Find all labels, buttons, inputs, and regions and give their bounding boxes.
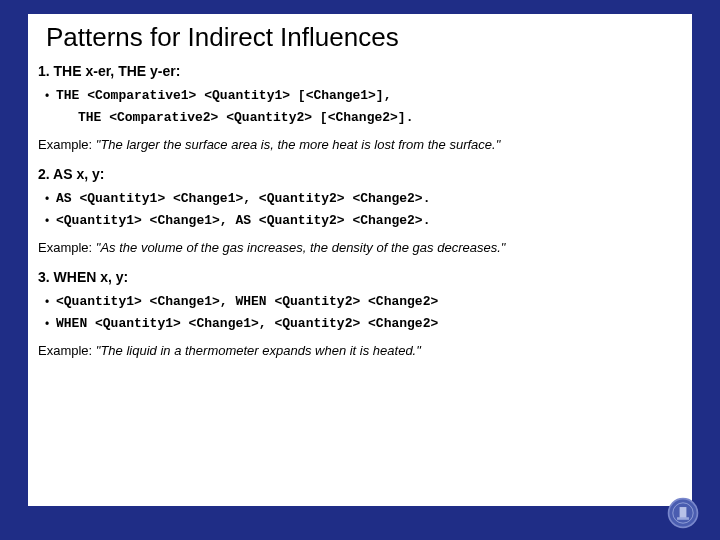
list-item: • <Quantity1> <Change1>, AS <Quantity2> …	[38, 212, 692, 230]
section-head: 3. WHEN x, y:	[38, 269, 692, 285]
seal-icon	[666, 496, 700, 530]
bullet-icon: •	[38, 315, 56, 333]
example-text: "As the volume of the gas increases, the…	[96, 240, 506, 255]
example-label: Example:	[38, 343, 96, 358]
example-line: Example: "The larger the surface area is…	[38, 137, 692, 152]
section-head: 2. AS x, y:	[38, 166, 692, 182]
svg-rect-2	[680, 507, 687, 519]
list-item: • <Quantity1> <Change1>, WHEN <Quantity2…	[38, 293, 692, 311]
list-item: • WHEN <Quantity1> <Change1>, <Quantity2…	[38, 315, 692, 333]
bullet-icon: •	[38, 212, 56, 230]
example-label: Example:	[38, 137, 96, 152]
example-label: Example:	[38, 240, 96, 255]
example-text: "The liquid in a thermometer expands whe…	[96, 343, 421, 358]
pattern-line: WHEN <Quantity1> <Change1>, <Quantity2> …	[56, 315, 438, 333]
bullet-icon: •	[38, 293, 56, 311]
pattern-line: THE <Comparative1> <Quantity1> [<Change1…	[56, 87, 391, 105]
svg-rect-3	[677, 517, 689, 520]
slide-title: Patterns for Indirect Influences	[46, 22, 692, 53]
example-line: Example: "As the volume of the gas incre…	[38, 240, 692, 255]
slide: Patterns for Indirect Influences 1. THE …	[28, 14, 692, 506]
list-item: • THE <Comparative1> <Quantity1> [<Chang…	[38, 87, 692, 105]
example-text: "The larger the surface area is, the mor…	[96, 137, 500, 152]
pattern-line: <Quantity1> <Change1>, AS <Quantity2> <C…	[56, 212, 430, 230]
example-line: Example: "The liquid in a thermometer ex…	[38, 343, 692, 358]
pattern-line: <Quantity1> <Change1>, WHEN <Quantity2> …	[56, 293, 438, 311]
pattern-line: AS <Quantity1> <Change1>, <Quantity2> <C…	[56, 190, 430, 208]
bullet-icon: •	[38, 87, 56, 105]
list-item: • AS <Quantity1> <Change1>, <Quantity2> …	[38, 190, 692, 208]
pattern-line-indent: THE <Comparative2> <Quantity2> [<Change2…	[78, 109, 692, 127]
bullet-icon: •	[38, 190, 56, 208]
section-head: 1. THE x-er, THE y-er:	[38, 63, 692, 79]
